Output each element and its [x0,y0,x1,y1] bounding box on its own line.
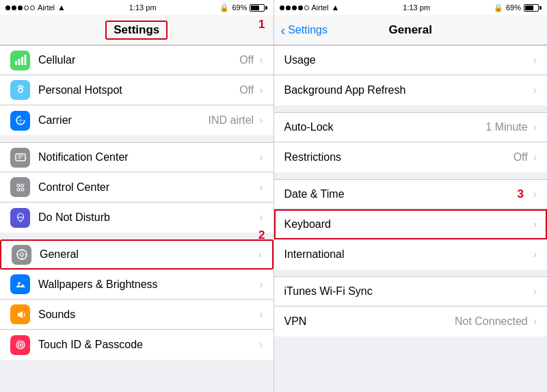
touchid-icon [10,335,30,355]
dot3 [18,5,23,10]
hotspot-icon [10,80,30,100]
row-general[interactable]: General › [0,239,274,270]
international-label: International [284,248,532,261]
row-international[interactable]: International › [274,239,548,270]
bg-refresh-chevron: › [533,84,537,96]
dnd-chevron: › [259,211,263,224]
rdot1 [280,5,284,10]
general-label: General [40,248,256,261]
row-sounds[interactable]: Sounds › [0,300,274,330]
carrier-label: Carrier [38,114,208,127]
wallpaper-label: Wallpapers & Brightness [38,278,258,291]
wifi-icon: ▲ [57,3,66,12]
right-section2: Auto-Lock 1 Minute › Restrictions Off › [274,112,548,172]
right-nav-bar: ‹ Settings General [274,15,548,45]
left-status-bar: Airtel ▲ 1:13 pm 🔒 69% [0,0,274,15]
hotspot-chevron: › [259,84,263,96]
right-battery-icon [524,4,542,12]
row-vpn[interactable]: VPN Not Connected › [274,306,548,337]
row-auto-lock[interactable]: Auto-Lock 1 Minute › [274,112,548,142]
right-lock-icon: 🔒 [494,3,503,12]
battery-icon [250,4,267,12]
svg-rect-1 [18,59,20,65]
right-scroll[interactable]: Usage › Background App Refresh › Auto-Lo… [274,45,548,392]
usage-label: Usage [284,54,532,66]
right-signal-dots [280,5,309,10]
wallpaper-icon [10,274,30,294]
right-section3: Date & Time 3 › Keyboard › International… [274,179,548,270]
row-dnd[interactable]: Do Not Disturb › [0,202,274,233]
row-notif[interactable]: Notification Center › [0,142,274,172]
left-scroll[interactable]: Cellular Off › Personal Hotspot Off › Ca… [0,45,274,392]
hotspot-value: Off [239,84,254,96]
battery-fill [251,5,259,10]
signal-dots [5,5,35,10]
right-nav-title: General [389,23,432,37]
notif-label: Notification Center [38,151,258,164]
rsep1 [274,105,548,112]
sounds-chevron: › [259,309,263,321]
cellular-icon [10,51,30,70]
keyboard-label: Keyboard [284,218,532,231]
row-hotspot[interactable]: Personal Hotspot Off › [0,75,274,105]
general-icon [12,245,31,265]
svg-point-11 [21,188,24,191]
svg-rect-5 [16,154,25,161]
back-chevron-icon: ‹ [281,23,286,37]
control-icon [10,177,30,197]
restrictions-chevron: › [533,151,537,164]
keyboard-chevron: › [533,218,537,231]
left-panel: Airtel ▲ 1:13 pm 🔒 69% Settings 1 [0,0,274,392]
row-touchid[interactable]: Touch ID & Passcode › [0,330,274,360]
restrictions-value: Off [513,151,528,164]
right-battery-tip [539,6,542,10]
svg-point-8 [17,184,20,187]
right-battery-fill [525,5,533,10]
row-bg-refresh[interactable]: Background App Refresh › [274,75,548,105]
touchid-chevron: › [259,339,263,351]
battery-body [250,4,265,12]
wallpaper-chevron: › [259,278,263,291]
left-time: 1:13 pm [129,3,157,12]
back-button[interactable]: ‹ Settings [281,23,328,37]
sep1 [0,135,274,142]
rsep4 [274,337,548,343]
svg-rect-3 [24,55,26,65]
control-chevron: › [259,181,263,194]
vpn-chevron: › [533,315,537,328]
auto-lock-value: 1 Minute [485,121,527,133]
row-keyboard[interactable]: Keyboard › [274,209,548,239]
right-battery-body [524,4,539,12]
row-restrictions[interactable]: Restrictions Off › [274,142,548,172]
notif-chevron: › [259,151,263,164]
sep2: 2 [0,233,274,239]
battery-tip [265,6,267,10]
row-cellular[interactable]: Cellular Off › [0,45,274,75]
rdot4 [298,5,303,10]
svg-point-9 [21,184,24,187]
row-usage[interactable]: Usage › [274,45,548,75]
left-status-right: 🔒 69% [219,3,267,12]
row-carrier[interactable]: Carrier IND airtel › [0,105,274,135]
row-wallpaper[interactable]: Wallpapers & Brightness › [0,270,274,300]
right-battery-pct: 69% [506,3,521,12]
dot4 [24,5,29,10]
rdot2 [286,5,291,10]
right-wifi-icon: ▲ [332,3,340,12]
dnd-icon [10,208,30,228]
svg-point-10 [17,188,20,191]
right-section4: iTunes Wi-Fi Sync › VPN Not Connected › [274,276,548,337]
svg-rect-0 [15,61,17,65]
bg-refresh-label: Background App Refresh [284,84,532,96]
carrier-icon [10,111,30,131]
svg-point-13 [20,253,23,257]
back-label: Settings [288,24,328,36]
step3-badge: 3 [518,187,524,201]
row-date-time[interactable]: Date & Time 3 › [274,179,548,209]
row-control[interactable]: Control Center › [0,172,274,202]
dot1 [5,5,10,10]
carrier-name: Airtel [38,3,55,12]
row-itunes[interactable]: iTunes Wi-Fi Sync › [274,276,548,306]
rsep3 [274,270,548,276]
general-chevron: › [258,248,261,261]
